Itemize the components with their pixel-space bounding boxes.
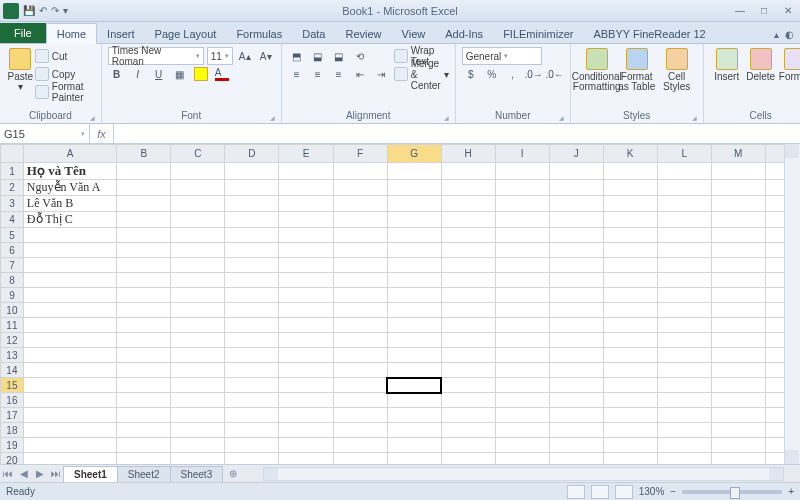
cell-M16[interactable]	[711, 393, 765, 408]
cell-F7[interactable]	[333, 258, 387, 273]
cell-H18[interactable]	[441, 423, 495, 438]
cell-H5[interactable]	[441, 228, 495, 243]
zoom-slider[interactable]	[682, 490, 782, 494]
cell-G6[interactable]	[387, 243, 441, 258]
cell-G8[interactable]	[387, 273, 441, 288]
cell-E9[interactable]	[279, 288, 333, 303]
cell-K3[interactable]	[603, 196, 657, 212]
cell-G4[interactable]	[387, 212, 441, 228]
sheet-tab-sheet3[interactable]: Sheet3	[170, 466, 224, 482]
cell-H17[interactable]	[441, 408, 495, 423]
cell-E13[interactable]	[279, 348, 333, 363]
cell-A7[interactable]	[23, 258, 117, 273]
cell-K7[interactable]	[603, 258, 657, 273]
cell-G5[interactable]	[387, 228, 441, 243]
cell-M14[interactable]	[711, 363, 765, 378]
row-header-8[interactable]: 8	[1, 273, 24, 288]
cell-L13[interactable]	[657, 348, 711, 363]
cell-F3[interactable]	[333, 196, 387, 212]
cell-K12[interactable]	[603, 333, 657, 348]
cell-E14[interactable]	[279, 363, 333, 378]
align-center-button[interactable]: ≡	[309, 65, 327, 83]
row-header-13[interactable]: 13	[1, 348, 24, 363]
copy-button[interactable]: Copy	[35, 66, 95, 82]
cell-J20[interactable]	[549, 453, 603, 465]
row-header-18[interactable]: 18	[1, 423, 24, 438]
cell-E5[interactable]	[279, 228, 333, 243]
cell-E12[interactable]	[279, 333, 333, 348]
cell-B10[interactable]	[117, 303, 171, 318]
cell-I12[interactable]	[495, 333, 549, 348]
cell-G14[interactable]	[387, 363, 441, 378]
cell-I11[interactable]	[495, 318, 549, 333]
cell-H12[interactable]	[441, 333, 495, 348]
cell-K1[interactable]	[603, 163, 657, 180]
cell-I2[interactable]	[495, 180, 549, 196]
cell-G12[interactable]	[387, 333, 441, 348]
cell-B1[interactable]	[117, 163, 171, 180]
insert-cells-button[interactable]: Insert	[710, 46, 744, 82]
cell-I20[interactable]	[495, 453, 549, 465]
cell-A6[interactable]	[23, 243, 117, 258]
cell-M9[interactable]	[711, 288, 765, 303]
cell-M2[interactable]	[711, 180, 765, 196]
cell-H19[interactable]	[441, 438, 495, 453]
cell-D9[interactable]	[225, 288, 279, 303]
cell-A14[interactable]	[23, 363, 117, 378]
cell-M7[interactable]	[711, 258, 765, 273]
cell-E15[interactable]	[279, 378, 333, 393]
cell-F1[interactable]	[333, 163, 387, 180]
cell-G3[interactable]	[387, 196, 441, 212]
view-normal-button[interactable]	[567, 485, 585, 499]
fx-icon[interactable]: fx	[90, 124, 114, 143]
cell-H2[interactable]	[441, 180, 495, 196]
tab-review[interactable]: Review	[335, 24, 391, 43]
cell-K14[interactable]	[603, 363, 657, 378]
cell-E6[interactable]	[279, 243, 333, 258]
cell-styles-button[interactable]: Cell Styles	[657, 46, 697, 92]
col-header-I[interactable]: I	[495, 145, 549, 163]
cell-F16[interactable]	[333, 393, 387, 408]
cell-D10[interactable]	[225, 303, 279, 318]
cell-E1[interactable]	[279, 163, 333, 180]
row-header-2[interactable]: 2	[1, 180, 24, 196]
cell-J1[interactable]	[549, 163, 603, 180]
align-left-button[interactable]: ≡	[288, 65, 306, 83]
font-size-select[interactable]: 11	[207, 47, 233, 65]
cell-I13[interactable]	[495, 348, 549, 363]
cell-J15[interactable]	[549, 378, 603, 393]
cell-C14[interactable]	[171, 363, 225, 378]
cell-C10[interactable]	[171, 303, 225, 318]
cell-C5[interactable]	[171, 228, 225, 243]
cell-A19[interactable]	[23, 438, 117, 453]
underline-button[interactable]: U	[150, 65, 168, 83]
cell-F11[interactable]	[333, 318, 387, 333]
cell-E2[interactable]	[279, 180, 333, 196]
cell-D8[interactable]	[225, 273, 279, 288]
cell-A10[interactable]	[23, 303, 117, 318]
row-header-17[interactable]: 17	[1, 408, 24, 423]
cell-M15[interactable]	[711, 378, 765, 393]
cell-L1[interactable]	[657, 163, 711, 180]
cell-C19[interactable]	[171, 438, 225, 453]
comma-button[interactable]: ,	[504, 65, 522, 83]
cell-C9[interactable]	[171, 288, 225, 303]
col-header-D[interactable]: D	[225, 145, 279, 163]
row-header-16[interactable]: 16	[1, 393, 24, 408]
cell-G10[interactable]	[387, 303, 441, 318]
cell-K18[interactable]	[603, 423, 657, 438]
cell-L10[interactable]	[657, 303, 711, 318]
cell-I3[interactable]	[495, 196, 549, 212]
cell-I17[interactable]	[495, 408, 549, 423]
cell-F2[interactable]	[333, 180, 387, 196]
cell-L3[interactable]	[657, 196, 711, 212]
tab-insert[interactable]: Insert	[97, 24, 145, 43]
font-color-button[interactable]: A	[213, 65, 231, 83]
cell-I6[interactable]	[495, 243, 549, 258]
cell-E16[interactable]	[279, 393, 333, 408]
cell-A20[interactable]	[23, 453, 117, 465]
cell-F18[interactable]	[333, 423, 387, 438]
cell-J12[interactable]	[549, 333, 603, 348]
cell-I19[interactable]	[495, 438, 549, 453]
cell-J6[interactable]	[549, 243, 603, 258]
